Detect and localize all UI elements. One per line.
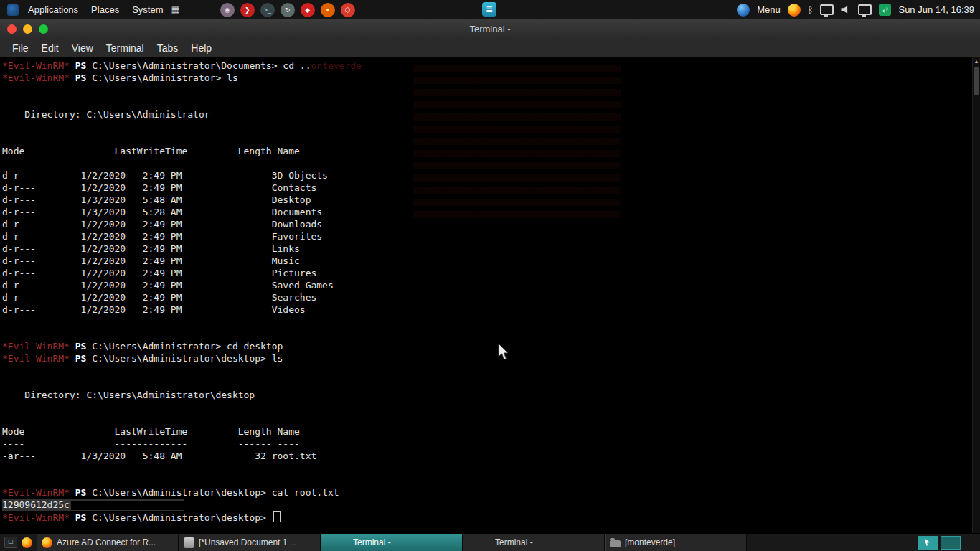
taskbar-button[interactable]: [*Unsaved Document 1 ...: [179, 534, 321, 551]
distro-logo-icon[interactable]: [7, 4, 19, 16]
display-settings-icon[interactable]: [858, 4, 872, 15]
firefox-taskbar-icon[interactable]: [22, 537, 32, 548]
taskbar-button-label: Terminal -: [495, 537, 533, 547]
menubar-item-edit[interactable]: Edit: [35, 41, 65, 55]
display-icon[interactable]: [820, 4, 834, 15]
terminal-line: d-r--- 1/2/2020 2:49 PM Saved Games: [2, 279, 971, 291]
scrollbar-thumb[interactable]: [974, 67, 979, 95]
terminal-line: *Evil-WinRM* PS C:\Users\Administrator\D…: [2, 60, 971, 72]
menubar-item-terminal[interactable]: Terminal: [100, 41, 151, 55]
terminal-line: d-r--- 1/2/2020 2:49 PM Music: [2, 255, 971, 267]
menubar-item-help[interactable]: Help: [184, 41, 218, 55]
terminal-line: [2, 462, 971, 474]
menubar-item-file[interactable]: File: [6, 41, 35, 55]
taskbar-button[interactable]: Terminal -: [463, 534, 605, 551]
keyboard-indicator-icon[interactable]: ▦: [171, 4, 179, 15]
terminal-line: [2, 133, 971, 145]
taskbar-button-label: Terminal -: [353, 537, 391, 547]
panel-menu-places[interactable]: Places: [85, 0, 126, 19]
terminal-line: Mode LastWriteTime Length Name: [2, 425, 971, 438]
panel-launchers: ◉❯>_↻◆●⬡: [220, 3, 355, 17]
evil-winrm-tag: *Evil-WinRM*: [2, 341, 70, 352]
terminal-line: [2, 401, 971, 413]
red-tool-launcher-icon[interactable]: ❯: [240, 3, 255, 17]
prompt-path: C:\Users\Administrator>: [92, 72, 227, 83]
terminal-line: d-r--- 1/2/2020 2:49 PM Contacts: [2, 182, 971, 194]
taskbar-button[interactable]: Terminal -: [321, 534, 463, 551]
clock[interactable]: Sun Jun 14, 16:39: [898, 4, 974, 15]
show-desktop-icon[interactable]: ▢: [4, 537, 17, 548]
flag-redacted: [71, 501, 184, 510]
text-editor-icon[interactable]: ≣: [482, 2, 496, 17]
ps-label: PS: [70, 353, 92, 364]
terminal-line: [2, 474, 971, 486]
terminal-line: [2, 84, 971, 96]
workspace-2[interactable]: [941, 536, 961, 550]
terminal-line: ---- ------------- ------ ----: [2, 438, 971, 450]
terminal-line: *Evil-WinRM* PS C:\Users\Administrator\d…: [2, 486, 971, 499]
menubar-item-tabs[interactable]: Tabs: [151, 41, 185, 55]
taskbar-button-label: [*Unsaved Document 1 ...: [199, 537, 297, 547]
terminal-line: [2, 121, 971, 133]
top-panel: ApplicationsPlacesSystem ▦ ◉❯>_↻◆●⬡ ≣ Me…: [0, 0, 980, 19]
evil-winrm-tag: *Evil-WinRM*: [2, 60, 70, 71]
menubar-item-view[interactable]: View: [65, 41, 100, 55]
terminal-line: d-r--- 1/2/2020 2:49 PM 3D Objects: [2, 169, 971, 182]
terminal-launcher-icon[interactable]: >_: [260, 3, 275, 17]
terminal-line: d-r--- 1/3/2020 5:28 AM Documents: [2, 206, 971, 218]
terminal-line: Mode LastWriteTime Length Name: [2, 145, 971, 157]
command-text: ls: [227, 72, 238, 83]
workspace-1[interactable]: [918, 536, 938, 550]
menu-label[interactable]: Menu: [757, 4, 781, 15]
menu-orb-icon[interactable]: [737, 4, 750, 17]
terminal-output[interactable]: *Evil-WinRM* PS C:\Users\Administrator\D…: [0, 57, 980, 534]
flag-selection: 12909612d25c: [2, 499, 184, 511]
firefox-status-icon[interactable]: [788, 4, 801, 17]
evil-winrm-tag: *Evil-WinRM*: [2, 512, 70, 523]
terminal-line: d-r--- 1/2/2020 2:49 PM Favorites: [2, 230, 971, 242]
screenshot-launcher-icon[interactable]: ◉: [220, 3, 235, 17]
terminal-line: *Evil-WinRM* PS C:\Users\Administrator\d…: [2, 352, 971, 364]
terminal-line: [2, 316, 971, 328]
panel-menu-system[interactable]: System: [126, 0, 169, 19]
taskbar-button[interactable]: Azure AD Connect for R...: [37, 534, 179, 551]
minimize-window-icon[interactable]: [23, 24, 32, 34]
terminal-line: -ar--- 1/3/2020 5:48 AM 32 root.txt: [2, 450, 971, 462]
ghost-text: onteverde: [311, 60, 361, 71]
scroll-up-icon[interactable]: ▲: [973, 57, 980, 66]
bluetooth-icon[interactable]: ᛒ: [808, 4, 814, 15]
prompt-path: C:\Users\Administrator\desktop>: [92, 512, 271, 523]
workspace-cursor-icon: [925, 539, 930, 546]
terminal-line: d-r--- 1/2/2020 2:49 PM Pictures: [2, 267, 971, 279]
firefox-launcher-icon[interactable]: ●: [321, 3, 335, 17]
volume-icon[interactable]: [841, 6, 851, 14]
terminal-cursor: [273, 511, 281, 522]
terminal-line: d-r--- 1/3/2020 5:48 AM Desktop: [2, 194, 971, 206]
update-launcher-icon[interactable]: ↻: [281, 3, 295, 17]
command-text: ls: [272, 353, 283, 364]
red-app-launcher-icon[interactable]: ◆: [301, 3, 315, 17]
ps-label: PS: [70, 341, 92, 352]
window-title: Terminal -: [469, 24, 510, 34]
terminal-line: ---- ------------- ------ ----: [2, 157, 971, 169]
panel-menu-items: ApplicationsPlacesSystem: [22, 0, 169, 19]
desktop-screen: ApplicationsPlacesSystem ▦ ◉❯>_↻◆●⬡ ≣ Me…: [0, 0, 980, 551]
taskbar-button-label: Azure AD Connect for R...: [57, 537, 156, 547]
maximize-window-icon[interactable]: [39, 24, 48, 34]
burp-launcher-icon[interactable]: ⬡: [341, 3, 355, 17]
ps-label: PS: [70, 60, 92, 71]
network-icon[interactable]: ⇄: [879, 4, 891, 16]
terminal-line: Directory: C:\Users\Administrator: [2, 108, 971, 121]
taskbar: ▢ Azure AD Connect for R...[*Unsaved Doc…: [0, 533, 980, 551]
taskbar-window-list: Azure AD Connect for R...[*Unsaved Docum…: [37, 534, 747, 551]
terminal-scrollbar[interactable]: ▲: [972, 57, 980, 534]
ps-label: PS: [70, 72, 92, 83]
ps-label: PS: [70, 512, 92, 523]
taskbar-button[interactable]: [monteverde]: [605, 534, 747, 551]
command-text: cat root.txt: [272, 487, 339, 498]
panel-menu-applications[interactable]: Applications: [22, 0, 85, 19]
terminal-line: d-r--- 1/2/2020 2:49 PM Downloads: [2, 218, 971, 230]
prompt-path: C:\Users\Administrator\desktop>: [92, 353, 271, 364]
window-titlebar[interactable]: Terminal -: [0, 19, 980, 39]
close-window-icon[interactable]: [7, 24, 17, 34]
